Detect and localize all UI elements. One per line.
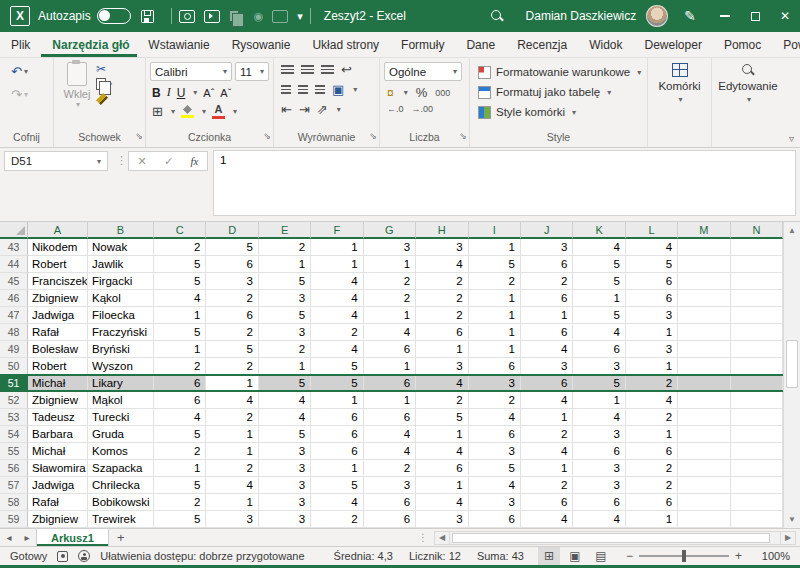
row-header-59[interactable]: 59 bbox=[0, 511, 28, 528]
align-right-icon[interactable] bbox=[315, 85, 325, 95]
cell-m43[interactable] bbox=[678, 239, 730, 256]
number-format-select[interactable]: Ogólne▾ bbox=[384, 62, 462, 81]
cell-b53[interactable]: Turecki bbox=[88, 409, 154, 426]
font-color-button[interactable]: A bbox=[212, 104, 225, 119]
excel-app-icon[interactable]: X bbox=[10, 6, 30, 26]
cell-l44[interactable]: 5 bbox=[626, 256, 678, 273]
cell-a59[interactable]: Zbigniew bbox=[28, 511, 88, 528]
tab-układ-strony[interactable]: Układ strony bbox=[301, 32, 390, 57]
row-header-54[interactable]: 54 bbox=[0, 426, 28, 443]
cell-g52[interactable]: 1 bbox=[364, 392, 416, 409]
align-bottom-icon[interactable] bbox=[321, 65, 334, 75]
formula-input[interactable]: 1 bbox=[213, 150, 796, 216]
cell-l45[interactable]: 6 bbox=[626, 273, 678, 290]
cell-a55[interactable]: Michał bbox=[28, 443, 88, 460]
cell-f57[interactable]: 5 bbox=[311, 477, 363, 494]
cell-d59[interactable]: 3 bbox=[206, 511, 258, 528]
cell-i59[interactable]: 6 bbox=[469, 511, 521, 528]
cell-e46[interactable]: 3 bbox=[259, 290, 311, 307]
cell-k55[interactable]: 6 bbox=[573, 443, 625, 460]
cell-c44[interactable]: 5 bbox=[154, 256, 206, 273]
increase-decimal-icon[interactable]: ←.0 bbox=[387, 104, 404, 114]
cell-d58[interactable]: 1 bbox=[206, 494, 258, 511]
percent-style-button[interactable]: % bbox=[416, 85, 428, 100]
cell-a49[interactable]: Bolesław bbox=[28, 341, 88, 358]
user-name[interactable]: Damian Daszkiewicz bbox=[526, 9, 637, 23]
row-header-52[interactable]: 52 bbox=[0, 392, 28, 409]
cell-k49[interactable]: 6 bbox=[573, 341, 625, 358]
camera-icon[interactable] bbox=[179, 10, 195, 23]
name-box[interactable]: D51▾ bbox=[4, 151, 108, 171]
cell-b51[interactable]: Likary bbox=[88, 375, 154, 392]
cell-k56[interactable]: 3 bbox=[573, 460, 625, 477]
cell-m57[interactable] bbox=[678, 477, 730, 494]
cell-f43[interactable]: 1 bbox=[311, 239, 363, 256]
cell-a44[interactable]: Robert bbox=[28, 256, 88, 273]
cell-j54[interactable]: 2 bbox=[521, 426, 573, 443]
cell-k57[interactable]: 3 bbox=[573, 477, 625, 494]
cell-k48[interactable]: 4 bbox=[573, 324, 625, 341]
cell-f53[interactable]: 6 bbox=[311, 409, 363, 426]
accounting-format-icon[interactable]: ¤ bbox=[387, 86, 394, 100]
cell-j57[interactable]: 2 bbox=[521, 477, 573, 494]
cell-k45[interactable]: 5 bbox=[573, 273, 625, 290]
cell-d47[interactable]: 6 bbox=[206, 307, 258, 324]
row-header-58[interactable]: 58 bbox=[0, 494, 28, 511]
cell-f48[interactable]: 2 bbox=[311, 324, 363, 341]
cell-c43[interactable]: 2 bbox=[154, 239, 206, 256]
presentation-icon[interactable] bbox=[204, 10, 220, 23]
cell-i49[interactable]: 1 bbox=[469, 341, 521, 358]
cell-j47[interactable]: 1 bbox=[521, 307, 573, 324]
cell-j53[interactable]: 1 bbox=[521, 409, 573, 426]
cell-k50[interactable]: 3 bbox=[573, 358, 625, 375]
cell-n59[interactable] bbox=[731, 511, 783, 528]
cell-c52[interactable]: 6 bbox=[154, 392, 206, 409]
conditional-formatting-button[interactable]: Formatowanie warunkowe▾ bbox=[474, 62, 643, 82]
cell-d44[interactable]: 6 bbox=[206, 256, 258, 273]
row-header-56[interactable]: 56 bbox=[0, 460, 28, 477]
horizontal-scroll-thumb[interactable] bbox=[452, 533, 770, 543]
column-header-l[interactable]: L bbox=[626, 222, 678, 239]
cell-h59[interactable]: 3 bbox=[416, 511, 468, 528]
cell-l58[interactable]: 6 bbox=[626, 494, 678, 511]
inking-pencil-icon[interactable]: ✎ bbox=[684, 8, 696, 24]
cell-b59[interactable]: Trewirek bbox=[88, 511, 154, 528]
cell-e49[interactable]: 2 bbox=[259, 341, 311, 358]
cell-a47[interactable]: Jadwiga bbox=[28, 307, 88, 324]
cell-n56[interactable] bbox=[731, 460, 783, 477]
cell-m59[interactable] bbox=[678, 511, 730, 528]
vertical-scroll-thumb[interactable] bbox=[786, 340, 798, 388]
underline-button[interactable]: U bbox=[177, 86, 186, 100]
cell-m47[interactable] bbox=[678, 307, 730, 324]
cell-b56[interactable]: Szapacka bbox=[88, 460, 154, 477]
cell-b54[interactable]: Gruda bbox=[88, 426, 154, 443]
fill-color-button[interactable] bbox=[181, 105, 194, 118]
cell-n49[interactable] bbox=[731, 341, 783, 358]
dialog-launcher-icon[interactable]: ⇘ bbox=[135, 129, 143, 144]
cell-h48[interactable]: 6 bbox=[416, 324, 468, 341]
cell-c59[interactable]: 5 bbox=[154, 511, 206, 528]
font-size-select[interactable]: 11▾ bbox=[235, 62, 269, 81]
cell-i55[interactable]: 3 bbox=[469, 443, 521, 460]
cell-j49[interactable]: 4 bbox=[521, 341, 573, 358]
tab-deweloper[interactable]: Deweloper bbox=[634, 32, 713, 57]
orientation-icon[interactable]: ⇗ bbox=[317, 102, 328, 117]
tab-wstawianie[interactable]: Wstawianie bbox=[137, 32, 220, 57]
cell-i46[interactable]: 1 bbox=[469, 290, 521, 307]
tab-rysowanie[interactable]: Rysowanie bbox=[221, 32, 302, 57]
cell-f55[interactable]: 6 bbox=[311, 443, 363, 460]
cell-a43[interactable]: Nikodem bbox=[28, 239, 88, 256]
cell-g50[interactable]: 1 bbox=[364, 358, 416, 375]
cell-c58[interactable]: 2 bbox=[154, 494, 206, 511]
cell-l48[interactable]: 1 bbox=[626, 324, 678, 341]
cell-d50[interactable]: 2 bbox=[206, 358, 258, 375]
cell-h57[interactable]: 1 bbox=[416, 477, 468, 494]
cell-l53[interactable]: 2 bbox=[626, 409, 678, 426]
cut-icon[interactable]: ✂ bbox=[96, 63, 112, 75]
scroll-right-icon[interactable]: ▶ bbox=[780, 531, 796, 545]
cell-n58[interactable] bbox=[731, 494, 783, 511]
cell-n43[interactable] bbox=[731, 239, 783, 256]
row-header-51[interactable]: 51 bbox=[0, 375, 28, 392]
cell-f56[interactable]: 1 bbox=[311, 460, 363, 477]
cell-b48[interactable]: Fraczyński bbox=[88, 324, 154, 341]
